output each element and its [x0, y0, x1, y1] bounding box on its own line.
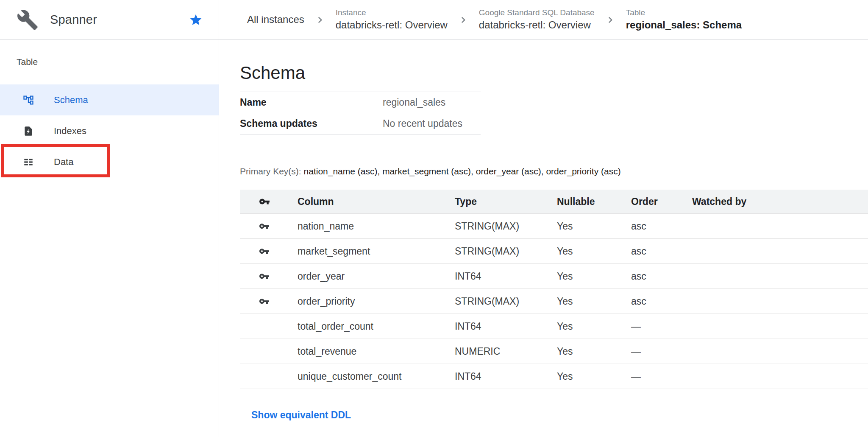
cell-column: order_priority [298, 296, 455, 307]
cell-column: nation_name [298, 221, 455, 232]
key-icon [259, 296, 269, 306]
info-row-schema-updates: Schema updates No recent updates [240, 113, 481, 134]
cell-order: asc [631, 296, 692, 307]
favorite-star-icon[interactable] [189, 13, 203, 27]
sidebar: Table Schema Indexes Data [0, 40, 219, 437]
cell-type: STRING(MAX) [455, 246, 557, 257]
columns-table: Column Type Nullable Order Watched by na… [240, 190, 868, 389]
page-title: Schema [240, 61, 868, 85]
chevron-right-icon [604, 14, 617, 26]
header-type: Type [455, 196, 557, 207]
key-column-header [240, 196, 298, 207]
table-name-value: regional_sales [383, 97, 481, 108]
cell-order: asc [631, 271, 692, 282]
cell-nullable: Yes [557, 346, 631, 357]
header-nullable: Nullable [557, 196, 631, 207]
primary-keys-line: Primary Key(s): nation_name (asc), marke… [240, 166, 868, 177]
cell-nullable: Yes [557, 296, 631, 307]
chevron-right-icon [457, 14, 470, 26]
cell-column: total_order_count [298, 321, 455, 332]
spanner-console-page: Spanner All instances Instance databrick… [0, 0, 868, 437]
key-icon [259, 246, 269, 256]
cell-column: unique_customer_count [298, 371, 455, 382]
show-ddl-link[interactable]: Show equivalent DDL [251, 409, 351, 421]
schema-tree-icon [22, 94, 35, 106]
indexed-document-icon [22, 126, 35, 137]
cell-order: — [631, 346, 692, 357]
cell-order: asc [631, 221, 692, 232]
data-grid-icon [22, 157, 35, 168]
main-content: Schema Name regional_sales Schema update… [219, 40, 868, 437]
cell-nullable: Yes [557, 246, 631, 257]
key-icon [259, 196, 270, 207]
breadcrumb-instance[interactable]: Instance databricks-retl: Overview [336, 8, 448, 32]
header-watched-by: Watched by [692, 196, 868, 207]
cell-type: INT64 [455, 271, 557, 282]
cell-nullable: Yes [557, 271, 631, 282]
sidebar-item-schema[interactable]: Schema [0, 84, 219, 115]
table-row: order_priority STRING(MAX) Yes asc [240, 289, 868, 314]
cell-type: NUMERIC [455, 346, 557, 357]
schema-info-table: Name regional_sales Schema updates No re… [240, 92, 481, 134]
cell-column: market_segment [298, 246, 455, 257]
table-row: total_revenue NUMERIC Yes — [240, 339, 868, 364]
sidebar-section-label: Table [0, 56, 219, 68]
cell-type: INT64 [455, 321, 557, 332]
breadcrumb-database[interactable]: Google Standard SQL Database databricks-… [479, 8, 595, 32]
cell-column: total_revenue [298, 346, 455, 357]
header-column: Column [298, 196, 455, 207]
breadcrumb-all-instances[interactable]: All instances [247, 13, 304, 26]
cell-type: INT64 [455, 371, 557, 382]
sidebar-item-indexes[interactable]: Indexes [0, 115, 219, 146]
columns-table-header: Column Type Nullable Order Watched by [240, 190, 868, 214]
header-order: Order [631, 196, 692, 207]
cell-order: — [631, 371, 692, 382]
key-icon [259, 221, 269, 231]
table-row: nation_name STRING(MAX) Yes asc [240, 214, 868, 239]
key-icon [259, 271, 269, 281]
table-row: order_year INT64 Yes asc [240, 264, 868, 289]
cell-nullable: Yes [557, 371, 631, 382]
cell-type: STRING(MAX) [455, 221, 557, 232]
table-row: market_segment STRING(MAX) Yes asc [240, 239, 868, 264]
app-title: Spanner [50, 13, 97, 27]
cell-nullable: Yes [557, 221, 631, 232]
cell-order: asc [631, 246, 692, 257]
breadcrumb-table-current: Table regional_sales: Schema [626, 8, 742, 32]
breadcrumb: All instances Instance databricks-retl: … [219, 0, 868, 39]
top-bar: Spanner All instances Instance databrick… [0, 0, 868, 40]
table-row: unique_customer_count INT64 Yes — [240, 364, 868, 389]
product-brand: Spanner [0, 0, 219, 39]
spanner-wrench-icon [17, 9, 39, 31]
chevron-right-icon [314, 14, 326, 26]
body-wrap: Table Schema Indexes Data [0, 40, 868, 437]
cell-nullable: Yes [557, 321, 631, 332]
cell-column: order_year [298, 271, 455, 282]
cell-order: — [631, 321, 692, 332]
sidebar-item-data[interactable]: Data [0, 146, 219, 177]
schema-updates-value: No recent updates [383, 118, 481, 129]
cell-type: STRING(MAX) [455, 296, 557, 307]
table-row: total_order_count INT64 Yes — [240, 314, 868, 339]
info-row-name: Name regional_sales [240, 92, 481, 113]
